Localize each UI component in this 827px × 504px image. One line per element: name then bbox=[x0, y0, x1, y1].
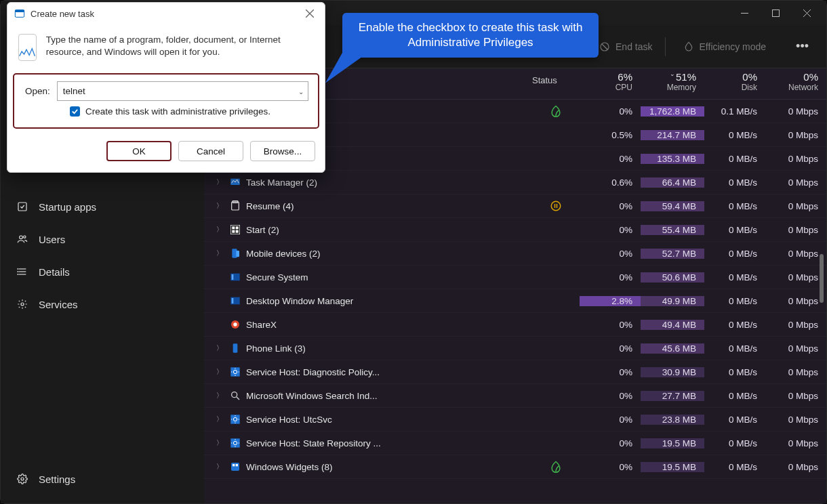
process-row[interactable]: Desktop Window Manager2.8%49.9 MB0 MB/s0… bbox=[204, 289, 826, 313]
dialog-close-button[interactable] bbox=[300, 5, 319, 22]
dialog-title: Create new task bbox=[31, 9, 295, 19]
process-cpu: 0% bbox=[580, 320, 641, 330]
expand-icon[interactable]: 〉 bbox=[216, 415, 224, 424]
process-icon bbox=[230, 461, 241, 472]
sidebar-item-services[interactable]: Services bbox=[1, 288, 204, 320]
cancel-button[interactable]: Cancel bbox=[178, 141, 243, 161]
process-name: Resume (4) bbox=[246, 201, 294, 211]
process-disk: 0.1 MB/s bbox=[704, 106, 765, 117]
efficiency-mode-button[interactable]: Efficiency mode bbox=[678, 37, 779, 56]
svg-point-43 bbox=[232, 392, 237, 398]
process-status bbox=[532, 460, 580, 474]
process-network: 0 Mbps bbox=[765, 438, 826, 448]
process-network: 0 Mbps bbox=[765, 201, 826, 211]
process-row[interactable]: 〉Service Host: State Repository ...0%19.… bbox=[204, 432, 826, 455]
process-disk: 0 MB/s bbox=[704, 249, 765, 259]
process-name: Secure System bbox=[246, 272, 308, 282]
process-icon bbox=[230, 343, 241, 354]
expand-icon[interactable]: 〉 bbox=[216, 367, 224, 377]
sidebar-item-label: Startup apps bbox=[39, 201, 96, 213]
sidebar-item-users[interactable]: Users bbox=[1, 223, 204, 255]
process-icon bbox=[230, 177, 241, 188]
expand-icon[interactable]: 〉 bbox=[216, 462, 224, 471]
highlighted-admin-group: Open: telnet ⌄ Create this task with adm… bbox=[13, 73, 319, 129]
svg-line-20 bbox=[602, 44, 607, 49]
process-row[interactable]: ShareX0%49.4 MB0 MB/s0 Mbps bbox=[204, 313, 826, 337]
svg-rect-49 bbox=[231, 463, 239, 471]
expand-icon[interactable]: 〉 bbox=[216, 343, 224, 353]
process-name: Microsoft Windows Search Ind... bbox=[246, 391, 378, 401]
expand-icon[interactable]: 〉 bbox=[216, 201, 224, 211]
process-name: Task Manager (2) bbox=[246, 177, 317, 188]
process-row[interactable]: 〉Windows Widgets (8)0%19.5 MB0 MB/s0 Mbp… bbox=[204, 455, 826, 479]
column-header-disk[interactable]: 0% Disk bbox=[704, 68, 765, 99]
admin-privileges-checkbox[interactable] bbox=[70, 106, 80, 117]
users-icon bbox=[16, 232, 29, 246]
svg-point-39 bbox=[233, 322, 237, 326]
svg-point-10 bbox=[18, 269, 18, 270]
process-icon bbox=[230, 366, 241, 377]
process-row[interactable]: 〉Service Host: Diagnostic Policy...0%30.… bbox=[204, 360, 826, 384]
process-network: 0 Mbps bbox=[765, 391, 826, 401]
process-name: Phone Link (3) bbox=[246, 343, 306, 354]
process-memory: 23.8 MB bbox=[641, 415, 704, 425]
process-memory: 49.9 MB bbox=[641, 296, 704, 306]
process-disk: 0 MB/s bbox=[704, 415, 765, 425]
sidebar-item-details[interactable]: Details bbox=[1, 255, 204, 288]
startup-apps-icon bbox=[16, 200, 29, 213]
process-row[interactable]: 〉Resume (4)0%59.4 MB0 MB/s0 Mbps bbox=[204, 194, 826, 218]
create-new-task-dialog: Create new task Type the name of a progr… bbox=[7, 2, 325, 173]
process-row[interactable]: 〉Service Host: UtcSvc0%23.8 MB0 MB/s0 Mb… bbox=[204, 408, 826, 432]
process-network: 0 Mbps bbox=[765, 177, 826, 188]
browse-button[interactable]: Browse... bbox=[250, 141, 315, 161]
process-network: 0 Mbps bbox=[765, 272, 826, 282]
process-disk: 0 MB/s bbox=[704, 462, 765, 472]
process-row[interactable]: 〉Microsoft Windows Search Ind...0%27.7 M… bbox=[204, 384, 826, 408]
close-button[interactable] bbox=[791, 3, 822, 23]
column-header-network[interactable]: 0% Network bbox=[765, 68, 826, 99]
process-memory: 27.7 MB bbox=[641, 391, 704, 401]
process-icon bbox=[230, 390, 241, 401]
check-icon bbox=[71, 108, 79, 115]
scrollbar-thumb[interactable] bbox=[820, 254, 824, 303]
more-options-button[interactable]: ••• bbox=[790, 39, 814, 54]
expand-icon[interactable]: 〉 bbox=[216, 249, 224, 258]
paused-icon bbox=[550, 200, 562, 212]
column-header-cpu[interactable]: 6% CPU bbox=[580, 68, 641, 99]
open-label: Open: bbox=[24, 86, 50, 96]
column-header-status[interactable]: Status bbox=[532, 68, 580, 99]
sidebar-item-settings[interactable]: Settings bbox=[1, 463, 204, 495]
expand-icon[interactable]: 〉 bbox=[216, 391, 224, 400]
process-cpu: 0% bbox=[580, 225, 641, 235]
process-memory: 52.7 MB bbox=[641, 249, 704, 259]
efficiency-label: Efficiency mode bbox=[700, 41, 767, 52]
svg-rect-28 bbox=[232, 226, 235, 229]
process-row[interactable]: 〉Task Manager (2)0.6%66.4 MB0 MB/s0 Mbps bbox=[204, 171, 826, 194]
svg-rect-50 bbox=[233, 464, 235, 466]
ellipsis-icon: ••• bbox=[796, 39, 809, 53]
minimize-button[interactable] bbox=[729, 3, 760, 23]
chevron-down-icon: ⌄ bbox=[298, 87, 304, 95]
expand-icon[interactable]: 〉 bbox=[216, 177, 224, 187]
sidebar-item-startup-apps[interactable]: Startup apps bbox=[1, 190, 204, 223]
end-task-icon bbox=[599, 41, 610, 52]
ok-button[interactable]: OK bbox=[106, 141, 172, 161]
process-row[interactable]: 〉Phone Link (3)0%45.6 MB0 MB/s0 Mbps bbox=[204, 337, 826, 360]
process-memory: 1,762.8 MB bbox=[641, 106, 704, 117]
expand-icon[interactable]: 〉 bbox=[216, 438, 224, 448]
svg-rect-35 bbox=[232, 274, 234, 280]
process-memory: 50.6 MB bbox=[641, 272, 704, 282]
process-memory: 19.5 MB bbox=[641, 462, 704, 472]
process-cpu: 0% bbox=[580, 367, 641, 377]
process-row[interactable]: 〉Start (2)0%55.4 MB0 MB/s0 Mbps bbox=[204, 218, 826, 242]
process-row[interactable]: 〉Mobile devices (2)0%52.7 MB0 MB/s0 Mbps bbox=[204, 242, 826, 266]
process-cpu: 0% bbox=[580, 272, 641, 282]
process-cpu: 0% bbox=[580, 249, 641, 259]
end-task-button[interactable]: End task bbox=[594, 37, 665, 56]
column-header-memory[interactable]: ⌄ 51% Memory bbox=[641, 68, 704, 99]
maximize-button[interactable] bbox=[760, 3, 791, 23]
process-disk: 0 MB/s bbox=[704, 391, 765, 401]
open-combobox[interactable]: telnet ⌄ bbox=[57, 81, 308, 101]
expand-icon[interactable]: 〉 bbox=[216, 225, 224, 234]
process-row[interactable]: Secure System0%50.6 MB0 MB/s0 Mbps bbox=[204, 266, 826, 289]
